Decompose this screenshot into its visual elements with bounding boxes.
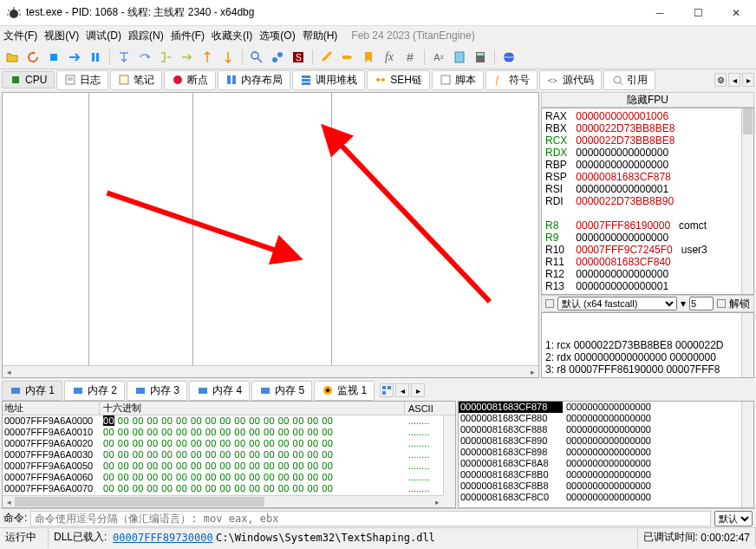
- menu-view[interactable]: 视图(V): [44, 29, 79, 43]
- restart-icon[interactable]: [24, 49, 42, 66]
- hash-icon[interactable]: #: [401, 49, 419, 66]
- fpu-toggle[interactable]: 隐藏FPU: [541, 92, 754, 108]
- menu-debug[interactable]: 调试(D): [86, 29, 121, 43]
- dump-vscroll[interactable]: [443, 415, 455, 495]
- arg-view[interactable]: 1: rcx 0000022D73BB8BE8 0000022D2: rdx 0…: [541, 312, 754, 378]
- stack-row[interactable]: 00000081683CF8B80000000000000000: [459, 480, 753, 492]
- lock-box[interactable]: [545, 299, 554, 308]
- dump-hscroll[interactable]: ◂▸: [3, 495, 443, 507]
- register-row[interactable]: R10 00007FFF9C7245F0 user3: [545, 244, 750, 256]
- stack-row[interactable]: 00000081683CF8900000000000000000: [459, 435, 753, 447]
- col-hex[interactable]: 十六进制: [100, 402, 405, 415]
- register-row[interactable]: RCX 0000022D73BB8BE8: [545, 134, 750, 147]
- stack-pane[interactable]: 00000081683CF878000000000000000000000081…: [458, 401, 754, 508]
- register-row[interactable]: R11 00000081683CF840: [545, 256, 750, 268]
- runret-icon[interactable]: [219, 49, 237, 66]
- arg-row[interactable]: 4: r9 0000000000000000 00000000: [545, 376, 750, 378]
- menu-trace[interactable]: 跟踪(N): [128, 29, 164, 43]
- disasm-hscroll[interactable]: ◂▸: [3, 365, 538, 377]
- register-row[interactable]: RSP 00000081683CF878: [545, 171, 750, 183]
- menu-help[interactable]: 帮助(H): [303, 29, 338, 43]
- struct-icon[interactable]: [380, 383, 394, 397]
- stack-row[interactable]: 00000081683CF8A80000000000000000: [459, 458, 753, 469]
- arg-vscroll[interactable]: [741, 313, 753, 377]
- comment-icon[interactable]: [318, 49, 336, 66]
- register-row[interactable]: RAX 0000000000001006: [545, 110, 750, 122]
- calc-icon[interactable]: [472, 49, 489, 66]
- dump-row[interactable]: 00007FFF9A6A001000 00 00 00 00 00 00 00 …: [3, 427, 455, 438]
- callconv-select[interactable]: 默认 (x64 fastcall): [557, 297, 677, 310]
- tab-dump2[interactable]: 内存 2: [64, 381, 125, 401]
- online-icon[interactable]: [500, 49, 518, 66]
- locals-next-icon[interactable]: ▸: [411, 383, 425, 397]
- tab-memmap[interactable]: 内存布局: [218, 70, 290, 90]
- register-row[interactable]: R12 0000000000000000: [545, 268, 750, 280]
- tab-scroll-right[interactable]: ▸: [742, 73, 754, 87]
- tab-watch[interactable]: 监视 1: [314, 381, 375, 401]
- register-row[interactable]: RDX 0000000000000000: [545, 147, 750, 159]
- bookmark-icon[interactable]: [360, 49, 377, 66]
- scylla-icon[interactable]: S: [290, 49, 307, 66]
- runtouser-icon[interactable]: [199, 49, 216, 66]
- tab-dump1[interactable]: 内存 1: [2, 381, 62, 401]
- asm-icon[interactable]: Az: [430, 49, 447, 66]
- menu-plugins[interactable]: 插件(F): [171, 29, 205, 43]
- menu-file[interactable]: 文件(F): [3, 29, 37, 43]
- menu-options[interactable]: 选项(O): [259, 29, 295, 43]
- stepinto-icon[interactable]: [115, 49, 133, 66]
- register-row[interactable]: RDI 0000022D73BB8B90: [545, 195, 750, 207]
- col-addr[interactable]: 地址: [3, 402, 100, 415]
- stack-row[interactable]: 00000081683CF8800000000000000000: [459, 413, 753, 424]
- dump-row[interactable]: 00007FFF9A6A002000 00 00 00 00 00 00 00 …: [3, 438, 455, 449]
- disasm-pane[interactable]: ◂▸: [2, 92, 539, 378]
- tab-refs[interactable]: 引用: [603, 70, 655, 90]
- register-view[interactable]: RAX 0000000000001006RBX 0000022D73BB8BE8…: [541, 108, 754, 295]
- dump-row[interactable]: 00007FFF9A6A007000 00 00 00 00 00 00 00 …: [3, 483, 455, 494]
- tab-script[interactable]: 脚本: [432, 70, 484, 90]
- search-icon[interactable]: [248, 49, 265, 66]
- arg-row[interactable]: 2: rdx 0000000000000000 00000000: [545, 351, 750, 363]
- register-row[interactable]: R9 0000000000000000: [545, 232, 750, 244]
- pause-icon[interactable]: [87, 49, 104, 66]
- dump-row[interactable]: 00007FFF9A6A005000 00 00 00 00 00 00 00 …: [3, 461, 455, 472]
- minimize-button[interactable]: ─: [647, 4, 673, 22]
- tab-cpu[interactable]: CPU: [2, 71, 55, 88]
- argcount-input[interactable]: [689, 297, 714, 310]
- col-ascii[interactable]: ASCII: [405, 403, 433, 414]
- tab-dump3[interactable]: 内存 3: [127, 381, 187, 401]
- maximize-button[interactable]: ☐: [685, 4, 711, 22]
- tab-scroll-left[interactable]: ◂: [728, 73, 740, 87]
- label-icon[interactable]: [339, 49, 356, 66]
- tab-notes[interactable]: 笔记: [110, 70, 162, 90]
- register-row[interactable]: RBP 0000000000000000: [545, 159, 750, 171]
- settings-icon[interactable]: [451, 49, 468, 66]
- tab-source[interactable]: <>源代码: [539, 70, 602, 90]
- tab-log[interactable]: 日志: [56, 70, 108, 90]
- stack-row[interactable]: 00000081683CF8B00000000000000000: [459, 469, 753, 480]
- traceover-icon[interactable]: [178, 49, 195, 66]
- tab-symbols[interactable]: ƒ符号: [486, 70, 538, 90]
- arg-row[interactable]: 1: rcx 0000022D73BB8BE8 0000022D: [545, 339, 750, 351]
- tab-seh[interactable]: SEH链: [367, 70, 430, 90]
- open-icon[interactable]: [3, 49, 21, 66]
- tab-callstack[interactable]: 调用堆栈: [292, 70, 365, 90]
- stepover-icon[interactable]: [136, 49, 153, 66]
- unlock-box[interactable]: [717, 299, 726, 308]
- register-row[interactable]: R8 00007FFF86190000 comct: [545, 219, 750, 232]
- tab-options-icon[interactable]: ⚙: [714, 73, 727, 87]
- patches-icon[interactable]: [269, 49, 286, 66]
- tab-dump4[interactable]: 内存 4: [189, 381, 250, 401]
- stack-vscroll[interactable]: [741, 402, 753, 507]
- dump-row[interactable]: 00007FFF9A6A006000 00 00 00 00 00 00 00 …: [3, 472, 455, 483]
- func-icon[interactable]: fx: [381, 49, 398, 66]
- stack-row[interactable]: 00000081683CF8880000000000000000: [459, 424, 753, 435]
- command-input[interactable]: [30, 511, 711, 526]
- stack-row[interactable]: 00000081683CF8980000000000000000: [459, 447, 753, 458]
- register-row[interactable]: [545, 207, 750, 219]
- menu-favorites[interactable]: 收藏夹(I): [212, 29, 252, 43]
- dump-row[interactable]: 00007FFF9A6A003000 00 00 00 00 00 00 00 …: [3, 449, 455, 461]
- status-addr-link[interactable]: 00007FFF89730000: [113, 532, 213, 544]
- dump-pane[interactable]: 地址 十六进制 ASCII 00007FFF9A6A000000 00 00 0…: [2, 401, 456, 508]
- tab-dump5[interactable]: 内存 5: [251, 381, 312, 401]
- reg-vscroll[interactable]: [741, 108, 753, 294]
